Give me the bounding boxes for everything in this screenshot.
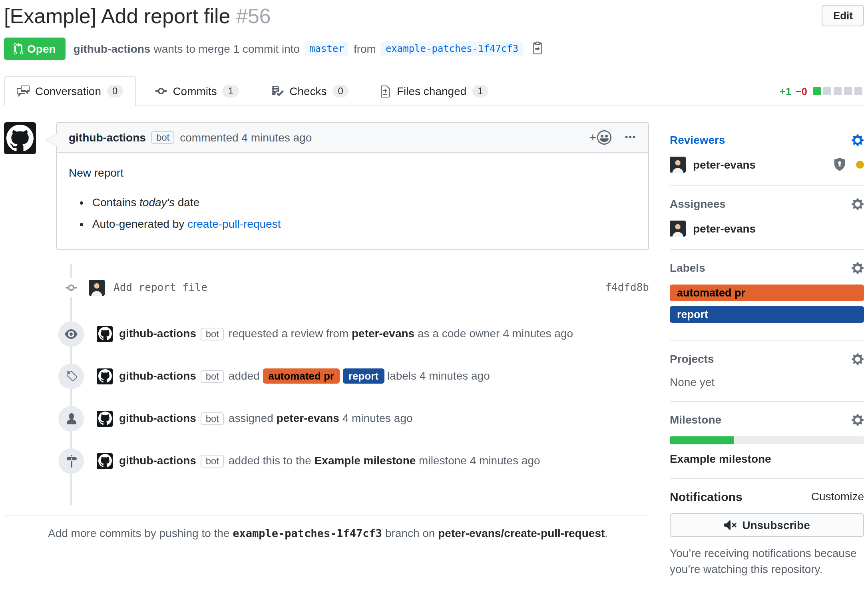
comment-author[interactable]: github-actions [69,131,146,143]
reviewers-gear-icon[interactable] [851,133,864,147]
github-actions-avatar[interactable] [97,326,113,342]
projects-heading: Projects [670,352,714,365]
git-commit-icon [155,85,167,98]
commit-message[interactable]: Add report file [113,281,207,293]
diffstat-square [854,87,862,95]
event-actor[interactable]: github-actions [119,369,196,382]
pr-header: [Example] Add report file #56 Edit [4,3,864,29]
assignee-name[interactable]: peter-evans [693,222,756,235]
projects-section: Projects None yet [670,341,864,402]
pr-tab-bar: Conversation 0 Commits 1 Checks 0 Files … [4,76,864,106]
milestone-name[interactable]: Example milestone [670,452,864,465]
copy-branch-icon[interactable] [531,42,543,55]
person-icon [58,406,84,431]
comment-body: New report Contains today's date Auto-ge… [57,152,648,249]
milestone-heading: Milestone [670,413,721,426]
page-title: [Example] Add report file #56 [4,3,822,29]
projects-gear-icon[interactable] [851,352,864,366]
diffstat-square [834,87,842,95]
milestone-progress-bar [670,436,864,444]
reviewer-link[interactable]: peter-evans [352,326,414,339]
checks-count: 0 [332,85,349,98]
github-actions-avatar[interactable] [97,410,113,426]
event-timestamp[interactable]: 4 minutes ago [470,454,540,466]
milestone-gear-icon[interactable] [851,413,864,426]
label-automated-pr[interactable]: automated pr [670,284,864,301]
committer-avatar[interactable] [89,279,105,295]
pr-timeline: Add report file f4dfd8b github-actions b… [4,278,649,494]
reviewers-heading[interactable]: Reviewers [670,133,725,146]
pr-number: #56 [236,4,271,28]
head-branch-label[interactable]: example-patches-1f47cf3 [381,41,523,56]
milestone-progress-fill [670,436,734,444]
conversation-main: github-actions bot commented 4 minutes a… [4,106,649,547]
assignee-avatar[interactable] [670,220,686,236]
label-automated-pr[interactable]: automated pr [263,368,340,383]
tab-files-changed[interactable]: Files changed 1 [368,76,502,106]
milestone-link[interactable]: Example milestone [315,454,416,466]
label-report[interactable]: report [343,368,384,383]
shield-lock-icon [833,157,846,171]
open-status-badge: Open [4,37,66,60]
reviewer-row: peter-evans [670,156,864,172]
pending-review-dot [856,160,864,168]
file-diff-icon [381,85,391,98]
notifications-note: You’re receiving notifications because y… [670,545,864,577]
tag-icon [58,363,84,389]
unsubscribe-button[interactable]: Unsubscribe [670,513,864,537]
customize-link[interactable]: Customize [811,490,864,503]
assignees-gear-icon[interactable] [851,197,864,211]
bot-badge: bot [151,131,174,143]
labels-heading: Labels [670,261,705,274]
labels-gear-icon[interactable] [851,261,864,275]
diffstat[interactable]: +1 −0 [780,85,862,97]
diffstat-square [823,87,831,95]
assignees-section: Assignees peter-evans [670,186,864,250]
event-labels-added: github-actions bot added automated pr re… [4,363,649,389]
github-actions-avatar[interactable] [97,368,113,384]
tab-conversation[interactable]: Conversation 0 [4,76,136,106]
reviewer-name[interactable]: peter-evans [693,158,756,171]
pr-author[interactable]: github-actions [74,42,151,55]
files-count: 1 [472,85,488,98]
github-actions-avatar[interactable] [97,453,113,469]
label-report[interactable]: report [670,306,864,322]
event-actor[interactable]: github-actions [119,454,196,466]
kebab-menu-icon[interactable] [624,131,636,143]
comment-meta[interactable]: commented 4 minutes ago [180,131,312,143]
commit-sha[interactable]: f4dfd8b [605,281,649,293]
plus-icon: + [589,130,596,144]
edit-button[interactable]: Edit [822,5,864,26]
comment-discussion-icon [17,84,30,97]
repo-link[interactable]: peter-evans/create-pull-request [438,526,605,539]
pr-status-row: Open github-actions wants to merge 1 com… [4,37,864,60]
timeline-divider [4,514,649,515]
event-timestamp[interactable]: 4 minutes ago [342,411,413,424]
tab-checks[interactable]: Checks 0 [258,76,362,106]
assignee-link[interactable]: peter-evans [277,411,339,424]
assignees-heading: Assignees [670,197,726,210]
checklist-icon [271,85,284,98]
deletions-count: −0 [795,85,807,97]
push-branch-name: example-patches-1f47cf3 [233,526,382,539]
base-branch-label[interactable]: master [305,41,349,56]
reviewer-avatar[interactable] [670,156,686,172]
event-actor[interactable]: github-actions [119,326,196,339]
eye-icon [58,321,84,346]
diffstat-square [813,87,821,95]
github-actions-avatar[interactable] [4,122,36,154]
open-status-label: Open [27,42,56,55]
comment-bullet: Contains today's date [92,194,636,211]
push-instructions: Add more commits by pushing to the examp… [48,526,649,547]
event-actor[interactable]: github-actions [119,411,196,424]
create-pull-request-link[interactable]: create-pull-request [187,217,281,230]
assignee-row: peter-evans [670,220,864,236]
event-timestamp[interactable]: 4 minutes ago [503,326,573,339]
merge-description: github-actions wants to merge 1 commit i… [74,41,543,56]
diffstat-square [844,87,852,95]
event-timestamp[interactable]: 4 minutes ago [420,369,490,382]
event-review-requested: github-actions bot requested a review fr… [4,321,649,346]
add-reaction-button[interactable]: + [589,130,611,144]
projects-empty-text: None yet [670,375,864,388]
tab-commits[interactable]: Commits 1 [142,76,252,106]
